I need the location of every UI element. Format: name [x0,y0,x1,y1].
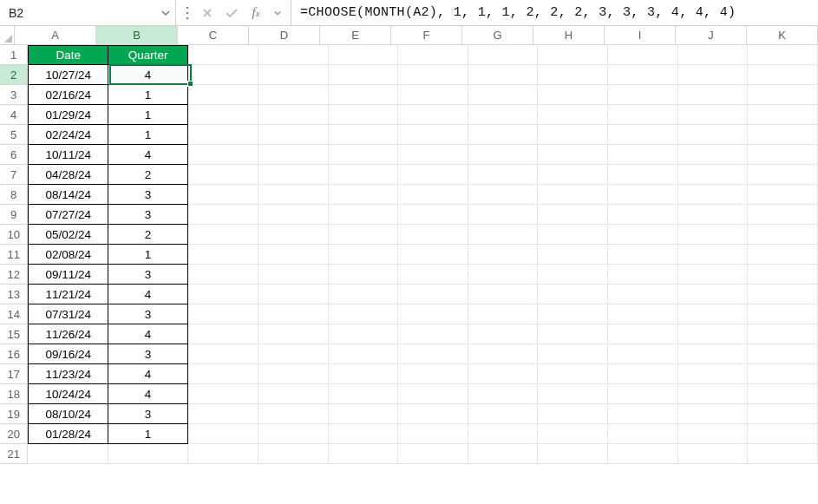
cell-H2[interactable] [538,65,608,85]
cell-D7[interactable] [258,165,329,185]
cell-F17[interactable] [398,364,468,384]
row-header-9[interactable]: 9 [0,205,28,225]
cell-G15[interactable] [468,324,539,344]
cell-date[interactable]: 05/02/24 [28,225,108,245]
cell-G10[interactable] [468,225,539,245]
cell-G6[interactable] [468,145,539,165]
cell-K12[interactable] [748,265,818,285]
row-header-21[interactable]: 21 [0,444,28,464]
cell-D8[interactable] [258,185,329,205]
cell-H14[interactable] [538,304,608,324]
cell-H17[interactable] [538,364,608,384]
cell-K15[interactable] [748,324,818,344]
cell-I13[interactable] [608,285,678,304]
cell-F21[interactable] [398,444,468,464]
cell-J2[interactable] [678,65,749,85]
cell-F14[interactable] [398,304,468,324]
cell-J14[interactable] [678,304,749,324]
cell-J4[interactable] [678,105,749,125]
cell-C4[interactable] [188,105,258,125]
cell-G9[interactable] [468,205,539,225]
cell-D15[interactable] [258,324,329,344]
row-header-14[interactable]: 14 [0,304,28,324]
cell-H20[interactable] [538,424,608,444]
row-header-18[interactable]: 18 [0,384,28,404]
cell-F4[interactable] [398,105,468,125]
cell-K18[interactable] [748,384,818,404]
cell-G17[interactable] [468,364,539,384]
cell-D16[interactable] [258,344,329,364]
cell-G18[interactable] [468,384,539,404]
col-header-H[interactable]: H [533,26,605,44]
cell-C7[interactable] [188,165,258,185]
cell-J6[interactable] [678,145,749,165]
cell-date[interactable]: 02/24/24 [28,125,108,145]
cell-K5[interactable] [748,125,818,145]
cell-G21[interactable] [468,444,539,464]
cell-date[interactable]: 08/10/24 [28,404,108,424]
cell-I9[interactable] [608,205,678,225]
cell-date[interactable]: 10/24/24 [28,384,108,404]
cell-D14[interactable] [258,304,329,324]
cell-quarter[interactable]: 3 [108,205,188,225]
cell-F20[interactable] [398,424,468,444]
cell-H16[interactable] [538,344,608,364]
col-header-A[interactable]: A [15,26,96,44]
cell-J8[interactable] [678,185,749,205]
cell-F16[interactable] [398,344,468,364]
cell-G2[interactable] [468,65,539,85]
cell-C10[interactable] [188,225,258,245]
cell-quarter[interactable]: 4 [108,65,188,85]
cell-D3[interactable] [258,85,329,105]
cell-D19[interactable] [258,404,329,424]
cell-quarter[interactable]: 1 [108,245,188,265]
cell-C3[interactable] [188,85,258,105]
row-header-3[interactable]: 3 [0,85,28,105]
cell-I8[interactable] [608,185,678,205]
cell-H11[interactable] [538,245,608,265]
cell-date[interactable]: 09/11/24 [28,265,108,285]
cell-K20[interactable] [748,424,818,444]
cell-quarter[interactable]: 3 [108,304,188,324]
row-header-10[interactable]: 10 [0,225,28,245]
cell-date[interactable]: 07/27/24 [28,205,108,225]
col-header-J[interactable]: J [676,26,747,44]
cell-F6[interactable] [398,145,468,165]
col-header-I[interactable]: I [605,26,676,44]
cell-I7[interactable] [608,165,678,185]
cell-J7[interactable] [678,165,749,185]
cell-J11[interactable] [678,245,749,265]
cell-I11[interactable] [608,245,678,265]
cell-quarter[interactable]: 4 [108,384,188,404]
cell-D11[interactable] [258,245,329,265]
cell-F18[interactable] [398,384,468,404]
cell-date[interactable]: 11/26/24 [28,324,108,344]
cell-H13[interactable] [538,285,608,304]
row-header-1[interactable]: 1 [0,45,28,65]
cell-I16[interactable] [608,344,678,364]
cell-date[interactable]: 10/11/24 [28,145,108,165]
cell-E10[interactable] [329,225,399,245]
cell-G3[interactable] [468,85,539,105]
cell-I14[interactable] [608,304,678,324]
cell-date[interactable]: 11/21/24 [28,285,108,304]
row-header-2[interactable]: 2 [0,65,28,85]
vertical-dots-icon[interactable] [181,3,193,23]
row-header-7[interactable]: 7 [0,165,28,185]
cell-H8[interactable] [538,185,608,205]
cell-D12[interactable] [258,265,329,285]
row-header-8[interactable]: 8 [0,185,28,205]
cell-I2[interactable] [608,65,678,85]
cell-D6[interactable] [258,145,329,165]
cell-E8[interactable] [329,185,399,205]
cell-J21[interactable] [678,444,749,464]
cell-E15[interactable] [329,324,399,344]
cell-I1[interactable] [608,45,678,65]
cell-D5[interactable] [258,125,329,145]
cell-date[interactable]: 11/23/24 [28,364,108,384]
row-header-15[interactable]: 15 [0,324,28,344]
cell-H1[interactable] [538,45,608,65]
cell-I17[interactable] [608,364,678,384]
cell-C17[interactable] [188,364,258,384]
cell-F15[interactable] [398,324,468,344]
